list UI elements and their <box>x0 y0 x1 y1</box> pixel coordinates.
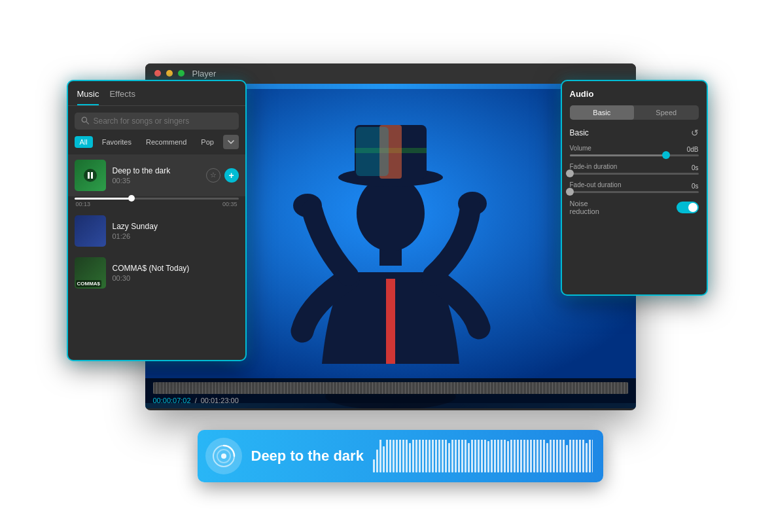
svg-rect-11 <box>356 127 389 176</box>
filter-dropdown[interactable] <box>223 135 239 149</box>
audio-tab-basic[interactable]: Basic <box>570 105 635 120</box>
music-icon-circle <box>205 438 242 474</box>
reset-icon[interactable]: ↺ <box>691 128 699 138</box>
search-input[interactable] <box>94 116 232 126</box>
wave-bar <box>478 440 480 472</box>
noise-reduction-row: Noisereduction <box>570 200 699 215</box>
wave-bar <box>412 440 414 472</box>
filter-row: All Favorites Recommend Pop <box>68 135 245 149</box>
tab-effects[interactable]: Effects <box>109 89 135 105</box>
song-name-3: COMMA$ (Not Today) <box>113 264 239 273</box>
play-overlay-1 <box>84 169 97 182</box>
now-playing-title: Deep to the dark <box>251 448 364 465</box>
filter-favorites[interactable]: Favorites <box>97 136 137 148</box>
audio-tabs: Basic Speed <box>570 105 699 120</box>
wave-bar <box>409 443 411 472</box>
time-current: 00:00:07:02 <box>153 397 191 404</box>
volume-thumb[interactable] <box>662 151 670 159</box>
wave-bar <box>435 440 437 472</box>
wave-bar <box>530 440 532 472</box>
volume-fill <box>570 154 667 156</box>
pause-icon <box>87 171 94 179</box>
song-info-1: Deep to the dark 00:35 <box>113 166 200 185</box>
now-playing-bar: Deep to the dark <box>198 430 603 482</box>
wave-bar <box>432 440 434 472</box>
song-item-1[interactable]: Deep to the dark 00:35 ☆ + <box>68 154 245 196</box>
fadeout-header: Fade-out duration 0s <box>570 181 699 191</box>
wave-bar <box>523 440 525 472</box>
time-separator: / <box>195 397 197 404</box>
svg-rect-14 <box>88 172 90 179</box>
audio-tab-speed[interactable]: Speed <box>634 105 699 120</box>
time-total: 00:01:23:00 <box>201 397 239 404</box>
wave-bar <box>448 443 450 472</box>
volume-control: Volume 0dB <box>570 145 699 156</box>
fadein-thumb[interactable] <box>566 169 574 177</box>
fadein-slider[interactable] <box>570 173 699 175</box>
fadein-control: Fade-in duration 0s <box>570 163 699 175</box>
fadeout-slider[interactable] <box>570 191 699 193</box>
wave-bar <box>537 440 538 472</box>
song-actions-1: ☆ + <box>206 168 239 183</box>
chevron-down-icon <box>228 140 234 144</box>
wave-bar <box>520 440 522 472</box>
player-title: Player <box>192 69 217 79</box>
wave-bar <box>419 440 421 472</box>
wave-bar <box>402 440 404 472</box>
wave-bar <box>438 440 440 472</box>
wave-bar <box>559 440 561 472</box>
wave-bar <box>422 440 424 472</box>
svg-rect-9 <box>386 279 395 364</box>
wave-bar <box>379 440 381 472</box>
wave-bar <box>484 440 486 472</box>
fadein-label: Fade-in duration <box>570 163 618 170</box>
song-name-2: Lazy Sunday <box>113 222 239 231</box>
minimize-dot[interactable] <box>166 70 173 77</box>
wave-bar <box>497 440 499 472</box>
search-icon <box>81 116 90 125</box>
wave-bar <box>429 440 431 472</box>
filter-pop[interactable]: Pop <box>196 136 219 148</box>
filter-recommend[interactable]: Recommend <box>141 136 192 148</box>
fadeout-slider-row <box>570 191 699 193</box>
song-item-2[interactable]: Lazy Sunday 01:26 <box>68 210 245 252</box>
progress-bar[interactable] <box>75 198 239 200</box>
wave-bar <box>389 440 391 472</box>
wave-bar <box>445 440 447 472</box>
wave-bar <box>501 440 502 472</box>
progress-bar-container: 00:13 00:35 <box>68 198 245 207</box>
wave-bar <box>481 440 483 472</box>
progress-current: 00:13 <box>76 201 91 207</box>
fadeout-thumb[interactable] <box>566 188 574 196</box>
song-info-2: Lazy Sunday 01:26 <box>113 222 239 240</box>
svg-line-13 <box>86 122 88 124</box>
maximize-dot[interactable] <box>178 70 185 77</box>
fadeout-value: 0s <box>680 183 699 190</box>
wave-bar <box>491 440 493 472</box>
tab-music[interactable]: Music <box>77 89 99 105</box>
wave-bar <box>393 440 395 472</box>
song-item-3[interactable]: COMMA$ COMMA$ (Not Today) 00:30 <box>68 252 245 294</box>
panel-tabs: Music Effects <box>68 81 245 106</box>
fadein-value: 0s <box>680 164 699 171</box>
time-display: 00:00:07:02 / 00:01:23:00 <box>153 397 628 404</box>
close-dot[interactable] <box>154 70 161 77</box>
wave-bar <box>507 441 509 472</box>
wave-bar <box>589 440 591 472</box>
add-button-1[interactable]: + <box>224 168 239 183</box>
fadeout-control: Fade-out duration 0s <box>570 181 699 193</box>
progress-total: 00:35 <box>222 201 237 207</box>
noise-toggle[interactable] <box>677 202 699 213</box>
timeline-dots <box>153 382 628 394</box>
wave-bar <box>569 440 571 472</box>
volume-slider[interactable] <box>570 154 699 156</box>
star-button-1[interactable]: ☆ <box>206 168 220 183</box>
disc-icon <box>212 444 236 468</box>
wave-bar <box>510 440 512 472</box>
timeline-track[interactable] <box>153 382 628 394</box>
filter-all[interactable]: All <box>75 136 93 148</box>
wave-bar <box>514 440 516 472</box>
toggle-knob <box>688 203 697 212</box>
volume-label: Volume <box>570 145 591 152</box>
timeline-bar: 00:00:07:02 / 00:01:23:00 <box>145 378 636 408</box>
